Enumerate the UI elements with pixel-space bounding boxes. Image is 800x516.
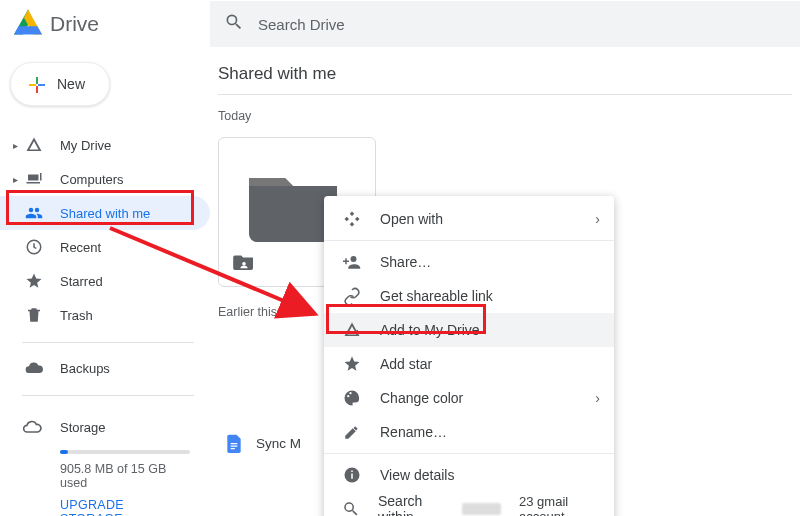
ctx-get-link[interactable]: Get shareable link [324, 279, 614, 313]
context-menu: Open with › Share… Get shareable link Ad… [324, 196, 614, 516]
star-icon [342, 355, 362, 373]
sidebar-item-trash[interactable]: Trash [0, 298, 210, 332]
docs-icon [224, 431, 244, 455]
sidebar-item-computers[interactable]: ▸ Computers [0, 162, 210, 196]
open-with-icon [342, 210, 362, 228]
upgrade-storage-link[interactable]: UPGRADE STORAGE [60, 498, 190, 516]
ctx-add-to-drive[interactable]: Add to My Drive [324, 313, 614, 347]
sidebar-item-storage[interactable]: Storage [22, 410, 190, 444]
ctx-search-within[interactable]: Search within 23 gmail account [324, 492, 614, 516]
search-icon [224, 12, 244, 36]
ctx-label: Rename… [380, 424, 447, 440]
ctx-label: Open with [380, 211, 443, 227]
ctx-change-color[interactable]: Change color › [324, 381, 614, 415]
svg-point-1 [242, 262, 246, 266]
new-button-label: New [57, 76, 85, 92]
search-icon [342, 500, 360, 516]
nav-label: Recent [60, 240, 101, 255]
section-today: Today [218, 109, 792, 123]
ctx-label: Add star [380, 356, 432, 372]
nav-label: Shared with me [60, 206, 150, 221]
sidebar: New ▸ My Drive ▸ Computers [0, 48, 210, 516]
cloud-icon [24, 358, 44, 378]
chevron-right-icon: › [595, 211, 600, 227]
ctx-label: Share… [380, 254, 431, 270]
ctx-label-suffix: 23 gmail account [519, 494, 596, 516]
storage-bar [60, 450, 190, 454]
svg-rect-6 [351, 474, 353, 479]
ctx-label: Search within [378, 493, 444, 516]
sidebar-item-recent[interactable]: Recent [0, 230, 210, 264]
sidebar-item-starred[interactable]: Starred [0, 264, 210, 298]
nav-label: Computers [60, 172, 124, 187]
search-bar[interactable] [210, 1, 800, 47]
cloud-outline-icon [22, 417, 42, 437]
sidebar-item-my-drive[interactable]: ▸ My Drive [0, 128, 210, 162]
shared-folder-icon [233, 252, 255, 270]
redacted-text [462, 503, 501, 515]
people-icon [24, 203, 44, 223]
ctx-label: Add to My Drive [380, 322, 480, 338]
storage-used-text: 905.8 MB of 15 GB used [60, 462, 190, 490]
caret-icon: ▸ [8, 140, 22, 151]
nav-label: Starred [60, 274, 103, 289]
caret-icon: ▸ [8, 174, 22, 185]
page-title: Shared with me [218, 64, 792, 84]
person-add-icon [342, 253, 362, 271]
drive-triangle-icon [24, 135, 44, 155]
ctx-add-star[interactable]: Add star [324, 347, 614, 381]
star-icon [24, 271, 44, 291]
ctx-open-with[interactable]: Open with › [324, 202, 614, 236]
drive-logo-icon [14, 8, 42, 40]
ctx-rename[interactable]: Rename… [324, 415, 614, 449]
nav-label: Trash [60, 308, 93, 323]
rename-icon [342, 423, 362, 441]
ctx-label: Get shareable link [380, 288, 493, 304]
sidebar-item-shared-with-me[interactable]: Shared with me [0, 196, 210, 230]
svg-point-2 [351, 256, 357, 262]
ctx-label: View details [380, 467, 454, 483]
link-icon [342, 287, 362, 305]
palette-icon [342, 389, 362, 407]
svg-rect-7 [351, 471, 353, 473]
nav-label: My Drive [60, 138, 111, 153]
ctx-share[interactable]: Share… [324, 245, 614, 279]
chevron-right-icon: › [595, 390, 600, 406]
trash-icon [24, 305, 44, 325]
sidebar-item-backups[interactable]: Backups [0, 351, 210, 385]
ctx-view-details[interactable]: View details [324, 458, 614, 492]
file-name: Sync M [256, 436, 301, 451]
clock-icon [24, 237, 44, 257]
new-button[interactable]: New [10, 62, 110, 106]
svg-rect-4 [357, 330, 359, 336]
nav-label: Backups [60, 361, 110, 376]
storage-label: Storage [60, 420, 106, 435]
info-icon [342, 466, 362, 484]
computers-icon [24, 169, 44, 189]
search-input[interactable] [258, 16, 786, 33]
drive-logo-area[interactable]: Drive [0, 8, 210, 40]
ctx-label: Change color [380, 390, 463, 406]
plus-icon [25, 73, 47, 95]
drive-add-icon [342, 321, 362, 339]
app-title: Drive [50, 12, 99, 36]
